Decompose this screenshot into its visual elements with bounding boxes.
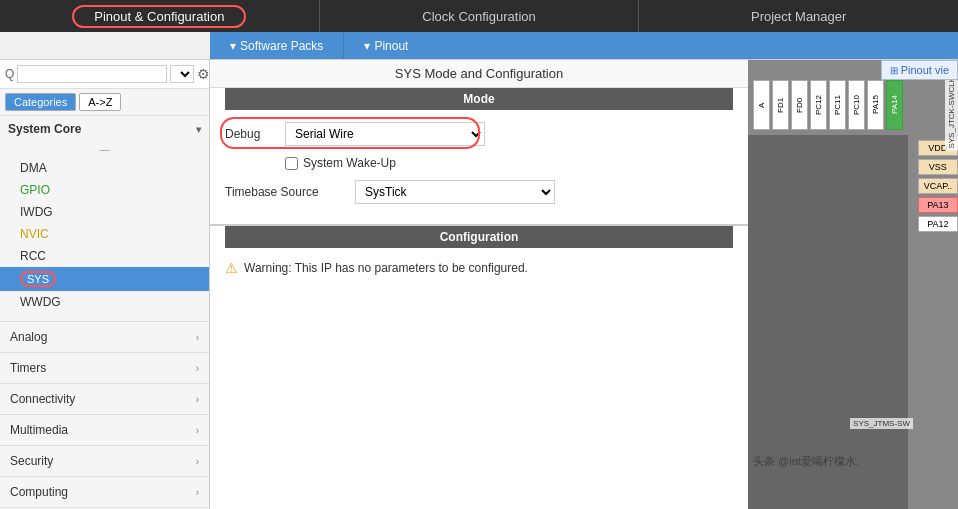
timebase-label: Timebase Source	[225, 185, 355, 199]
panel-title: SYS Mode and Configuration	[210, 60, 748, 88]
chevron-right-icon: ›	[196, 363, 199, 374]
pin-vss: VSS	[918, 159, 958, 175]
connectivity-header[interactable]: Connectivity ›	[0, 384, 209, 414]
computing-header[interactable]: Computing ›	[0, 477, 209, 507]
sidebar-group-multimedia: Multimedia ›	[0, 415, 209, 446]
sidebar-group-computing: Computing ›	[0, 477, 209, 508]
nav-project[interactable]: Project Manager	[639, 0, 958, 32]
timebase-row: Timebase Source SysTick TIM1 TIM2	[225, 180, 733, 204]
chevron-right-icon: ›	[196, 332, 199, 343]
gear-icon[interactable]: ⚙	[197, 66, 210, 82]
pin-a: A	[753, 80, 770, 130]
chevron-down-icon: ▾	[196, 124, 201, 135]
category-tabs: Categories A->Z	[0, 89, 209, 116]
security-header[interactable]: Security ›	[0, 446, 209, 476]
debug-row: Debug Serial Wire No Debug Trace Asynchr…	[225, 122, 733, 146]
mode-section: Mode Debug Serial Wire No Debug Trace As…	[210, 88, 748, 226]
timebase-select[interactable]: SysTick TIM1 TIM2	[355, 180, 555, 204]
config-section: Configuration ⚠ Warning: This IP has no …	[210, 226, 748, 509]
search-icon: Q	[5, 67, 14, 81]
pin-pa14: PA14	[886, 80, 903, 130]
collapse-btn[interactable]: —	[0, 142, 209, 157]
pin-pa13: PA13	[918, 197, 958, 213]
debug-label: Debug	[225, 127, 285, 141]
search-bar: Q ⚙	[0, 60, 209, 89]
sidebar-item-iwdg[interactable]: IWDG	[0, 201, 209, 223]
jtms-label: SYS_JTMS-SW	[850, 418, 913, 429]
sub-nav-pinout[interactable]: ▾ Pinout	[344, 32, 428, 59]
pinout-icon: ⊞	[890, 65, 898, 76]
sub-nav-software-packs[interactable]: ▾ Software Packs	[210, 32, 344, 59]
chevron-right-icon: ›	[196, 456, 199, 467]
analog-header[interactable]: Analog ›	[0, 322, 209, 352]
warning-row: ⚠ Warning: This IP has no parameters to …	[225, 260, 733, 276]
tab-az[interactable]: A->Z	[79, 93, 121, 111]
nav-clock[interactable]: Clock Configuration	[319, 0, 640, 32]
pin-pa15: PA15	[867, 80, 884, 130]
sidebar-group-timers: Timers ›	[0, 353, 209, 384]
top-pins: A FD1 FD0 PC12 PC11 PC10 PA15 PA14	[753, 80, 903, 130]
nav-pinout[interactable]: Pinout & Configuration	[0, 0, 319, 32]
sidebar-item-rcc[interactable]: RCC	[0, 245, 209, 267]
top-nav: Pinout & Configuration Clock Configurati…	[0, 0, 958, 32]
multimedia-header[interactable]: Multimedia ›	[0, 415, 209, 445]
sidebar-group-analog: Analog ›	[0, 322, 209, 353]
main-layout: Q ⚙ Categories A->Z System Core ▾ —	[0, 60, 958, 509]
warning-text: Warning: This IP has no parameters to be…	[244, 261, 528, 275]
sub-nav: ▾ Software Packs ▾ Pinout	[0, 32, 958, 60]
system-wakeup-row: System Wake-Up	[285, 156, 733, 170]
app-root: Pinout & Configuration Clock Configurati…	[0, 0, 958, 509]
right-pins: VDD VSS VCAP.. PA13 PA12	[918, 140, 958, 232]
chip-view: ⊞ Pinout vie A FD1 FD0 PC12 PC11 PC10 PA…	[748, 60, 958, 509]
system-core-items: DMA GPIO IWDG NVIC RCC SYS	[0, 157, 209, 313]
config-title-bar: Configuration	[225, 226, 733, 248]
chevron-right-icon: ›	[196, 487, 199, 498]
system-core-section: System Core ▾ — DMA GPIO IWDG NVIC	[0, 116, 209, 322]
sys-oval-indicator: SYS	[20, 271, 56, 287]
sidebar-group-connectivity: Connectivity ›	[0, 384, 209, 415]
debug-select[interactable]: Serial Wire No Debug Trace Asynchronous …	[285, 122, 485, 146]
sidebar-item-dma[interactable]: DMA	[0, 157, 209, 179]
pin-pc11: PC11	[829, 80, 846, 130]
system-wakeup-checkbox[interactable]	[285, 157, 298, 170]
chevron-right-icon: ›	[196, 425, 199, 436]
pin-pa12: PA12	[918, 216, 958, 232]
timers-header[interactable]: Timers ›	[0, 353, 209, 383]
pin-pc12: PC12	[810, 80, 827, 130]
sidebar-group-security: Security ›	[0, 446, 209, 477]
mode-title-bar: Mode	[225, 88, 733, 110]
pin-fd1: FD1	[772, 80, 789, 130]
chip-body	[748, 135, 908, 509]
pinout-view-button[interactable]: ⊞ Pinout vie	[881, 60, 958, 80]
tab-categories[interactable]: Categories	[5, 93, 76, 111]
sidebar-item-sys[interactable]: SYS	[0, 267, 209, 291]
main-content: SYS Mode and Configuration Mode Debug Se…	[210, 60, 748, 509]
pin-pc10: PC10	[848, 80, 865, 130]
pin-vcap: VCAP..	[918, 178, 958, 194]
system-wakeup-label: System Wake-Up	[303, 156, 396, 170]
jtck-label: SYS_JTCK-SWCLK	[945, 75, 958, 151]
sidebar-item-wwdg[interactable]: WWDG	[0, 291, 209, 313]
search-dropdown[interactable]	[170, 65, 194, 83]
warning-icon: ⚠	[225, 260, 238, 276]
system-core-header[interactable]: System Core ▾	[0, 116, 209, 142]
sidebar-item-gpio[interactable]: GPIO	[0, 179, 209, 201]
pin-fd0: FD0	[791, 80, 808, 130]
debug-select-wrapper: Serial Wire No Debug Trace Asynchronous …	[285, 122, 485, 146]
chevron-right-icon: ›	[196, 394, 199, 405]
search-input[interactable]	[17, 65, 167, 83]
sidebar-item-nvic[interactable]: NVIC	[0, 223, 209, 245]
sidebar: Q ⚙ Categories A->Z System Core ▾ —	[0, 60, 210, 509]
